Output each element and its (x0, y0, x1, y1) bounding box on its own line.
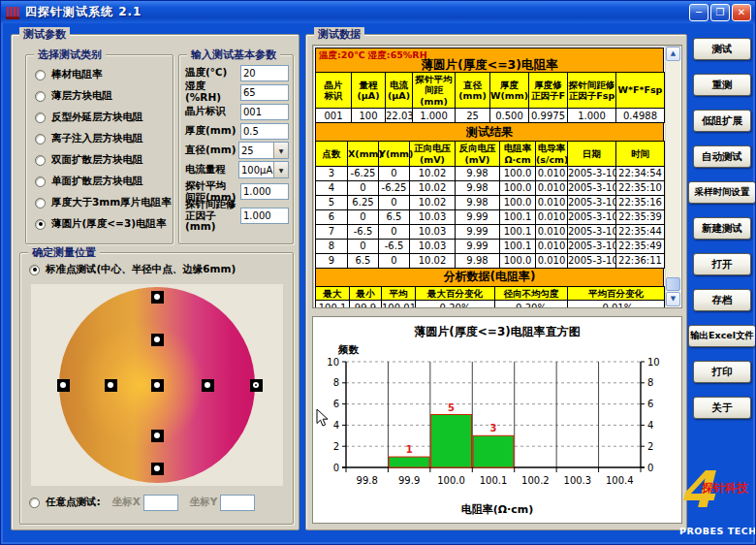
radio-icon (29, 497, 40, 508)
table-row: 7-6.5010.039.99100.10.0102005-3-1022:35:… (316, 224, 665, 239)
radio-icon (35, 112, 46, 123)
table-row: 80-6.510.039.99100.10.0102005-3-1022:35:… (316, 239, 665, 253)
close-button[interactable]: ✕ (732, 4, 751, 21)
svg-text:1: 1 (406, 444, 413, 455)
chevron-down-icon[interactable]: ▼ (273, 162, 288, 177)
radio-standard-points[interactable]: 标准点测试(中心、半径中点、边缘6mm) (20, 259, 293, 280)
category-group: 选择测试类别 棒材电阻率薄层方块电阻反型外延层方块电阻离子注入层方块电阻双面扩散… (25, 54, 173, 244)
coord-x-input[interactable] (143, 495, 178, 511)
svg-text:100.4: 100.4 (606, 475, 634, 486)
analysis-table: 最大最小平均最大百分变化径向不均匀度平均百分变化100.199.9100.010… (315, 286, 664, 308)
data-tables-panel: 温度:20℃ 湿度:65%RH 薄圆片(厚度<=3)电阻率 晶片标识量程(μA)… (312, 45, 682, 308)
basic-params-group: 输入测试基本参数 温度(℃)湿度(%RH)晶片标识厚度(mm)直径(mm)25▼… (178, 54, 294, 244)
table1: 晶片标识量程(μA)电流(μA)探针平均间距(mm)直径(mm)厚度W(mm)厚… (315, 72, 664, 123)
svg-text:4: 4 (647, 420, 653, 431)
test-data-title: 测试数据 (314, 27, 364, 42)
scroll-up-icon[interactable]: ▲ (666, 47, 680, 61)
svg-text:10: 10 (327, 357, 339, 368)
radio-single-diffused[interactable]: 单面扩散层方块电阻 (26, 171, 173, 192)
logo-chinese: 探针科技 (702, 480, 748, 497)
humidity-input[interactable] (240, 84, 289, 101)
test-data-group: 测试数据 温度:20℃ 湿度:65%RH 薄圆片(厚度<=3)电阻率 晶片标识量… (305, 34, 687, 530)
svg-text:8: 8 (333, 377, 339, 388)
results-table: 点数X(mm)Y(mm)正向电压(mV)反向电压(mV)电阻率Ω·cm电导率(s… (315, 141, 664, 269)
chevron-down-icon[interactable]: ▼ (273, 143, 288, 158)
svg-text:99.8: 99.8 (357, 475, 378, 486)
diameter-select[interactable]: 25▼ (238, 142, 289, 159)
probes-tech-logo: 4 探针科技 PROBES TECH (679, 472, 747, 536)
svg-text:99.9: 99.9 (398, 475, 420, 486)
coord-y-input[interactable] (220, 495, 255, 511)
print-button[interactable]: 打印 (693, 361, 751, 383)
svg-text:4: 4 (333, 420, 339, 431)
restore-button[interactable]: ❐ (710, 4, 730, 21)
table1-header-block: 温度:20℃ 湿度:65%RH 薄圆片(厚度<=3)电阻率 (315, 48, 664, 73)
new-test-button[interactable]: 新建测试 (693, 217, 751, 240)
wafer-id-input[interactable] (240, 104, 289, 120)
env-conditions: 温度:20℃ 湿度:65%RH (319, 49, 427, 62)
radio-arbitrary-point[interactable]: 任意点测试: (20, 492, 101, 513)
wafer-point (151, 430, 164, 442)
chart-xlabel: 电阻率(Ω·cm) (313, 502, 681, 517)
title-bar: 四探针测试系统 2.1 ─ ❐ ✕ (1, 1, 755, 23)
svg-text:100.2: 100.2 (521, 475, 550, 486)
app-probe-icon (5, 5, 20, 20)
radio-icon (35, 176, 46, 187)
about-button[interactable]: 关于 (693, 397, 751, 419)
probe-spacing-input[interactable] (240, 183, 289, 200)
radio-ion-implant[interactable]: 离子注入层方块电阻 (26, 128, 173, 149)
table-row: 96.5010.029.98100.00.0102005-3-1022:36:1… (316, 253, 665, 268)
analysis-section-bar: 分析数据(电阻率) (315, 269, 664, 287)
histogram-panel: 薄圆片(厚度<=3)电阻率直方图 频数 0022446688101015399.… (312, 316, 682, 524)
svg-text:8: 8 (647, 377, 653, 388)
position-group: 确定测量位置 标准点测试(中心、半径中点、边缘6mm) 任意点测试: 坐标X 坐… (19, 252, 294, 525)
scroll-thumb[interactable] (666, 277, 680, 291)
minimize-button[interactable]: ─ (689, 4, 709, 21)
temperature-input[interactable] (240, 65, 289, 81)
svg-text:0: 0 (333, 463, 339, 473)
radio-double-diffused[interactable]: 双面扩散层方块电阻 (26, 149, 173, 171)
spacing-factor-input[interactable] (240, 208, 289, 224)
svg-text:6: 6 (647, 399, 653, 409)
wafer-point (151, 463, 164, 475)
radio-reverse-epitaxial[interactable]: 反型外延层方块电阻 (26, 107, 173, 128)
chart-ylabel: 频数 (338, 343, 681, 357)
radio-thin-wafer[interactable]: 薄圆片(厚度<=3)电阻率 (26, 213, 173, 235)
save-button[interactable]: 存档 (693, 289, 751, 311)
svg-text:0: 0 (647, 463, 653, 473)
coord-x-label: 坐标X (112, 496, 141, 509)
svg-text:100.3: 100.3 (564, 475, 592, 486)
scroll-down-icon[interactable]: ▼ (666, 292, 680, 306)
coord-y-label: 坐标Y (190, 496, 218, 509)
low-res-extend-button[interactable]: 低阻扩展 (693, 110, 751, 132)
test-params-title: 测试参数 (19, 27, 70, 42)
export-excel-button[interactable]: 输出Excel文件 (688, 325, 756, 347)
tables-scrollbar[interactable]: ▲ ▼ (665, 47, 680, 306)
svg-text:100.0: 100.0 (437, 475, 465, 486)
wafer-point (151, 334, 164, 346)
thickness-input[interactable] (240, 123, 289, 140)
logo-english: PROBES TECH (679, 526, 756, 536)
current-range-select[interactable]: 100μA▼ (238, 161, 289, 178)
open-button[interactable]: 打开 (693, 253, 751, 275)
table-row: 100.199.9100.010.20%0.20%-0.01% (316, 301, 665, 308)
wafer-point (151, 291, 164, 304)
field-list: 温度(℃)湿度(%RH)晶片标识厚度(mm)直径(mm)25▼电流量程100μA… (179, 55, 293, 228)
sampling-time-button[interactable]: 采样时间设置 (688, 181, 756, 204)
radio-icon (35, 155, 46, 166)
table-row: 606.510.039.99100.10.0102005-3-1022:35:3… (316, 209, 665, 224)
test-button[interactable]: 测试 (693, 38, 751, 60)
auto-test-button[interactable]: 自动测试 (693, 145, 751, 168)
category-group-title: 选择测试类别 (34, 48, 106, 62)
radio-icon (35, 134, 46, 144)
wafer-map (31, 284, 283, 486)
radio-thin-layer-sheet[interactable]: 薄层方块电阻 (26, 85, 173, 107)
retest-button[interactable]: 重测 (693, 74, 751, 96)
radio-thick-wafer[interactable]: 厚度大于3mm厚片电阻率 (26, 192, 173, 213)
mouse-cursor (316, 408, 330, 428)
wafer-point (202, 379, 214, 392)
radio-icon (35, 70, 46, 80)
radio-rod-resistivity[interactable]: 棒材电阻率 (26, 64, 173, 85)
chart-title: 薄圆片(厚度<=3)电阻率直方图 (313, 317, 681, 340)
histogram-chart: 0022446688101015399.899.9100.0100.1100.2… (313, 357, 677, 500)
